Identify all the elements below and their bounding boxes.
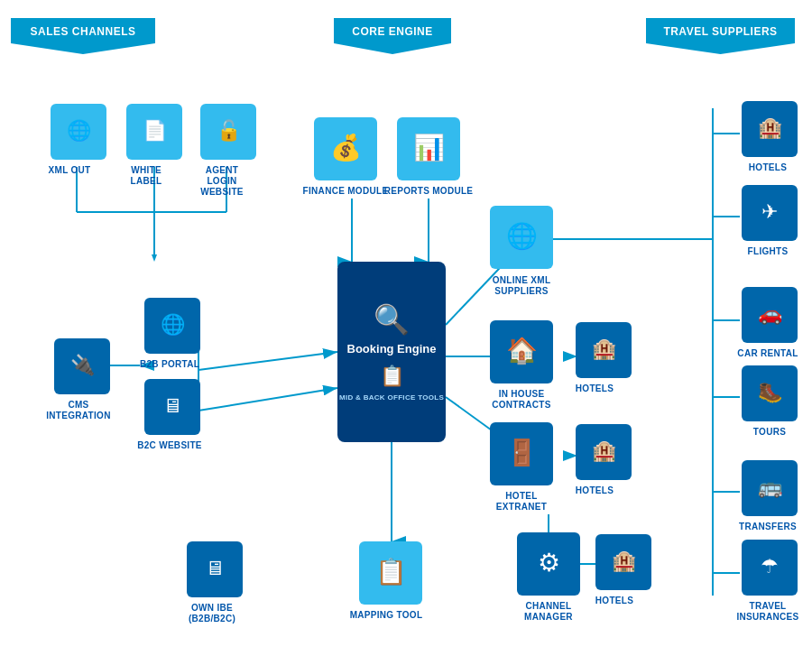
ts-car-rental-label: CAR RENTAL — [731, 348, 805, 359]
ts-tours-box: 🥾 — [742, 365, 798, 421]
booking-engine-box: 🔍 Booking Engine 📋 MID & BACK OFFICE TOO… — [337, 262, 446, 442]
xml-out-icon: 🌐 — [67, 121, 91, 141]
core-engine-banner: CORE ENGINE — [334, 18, 451, 54]
hotel-extranet-icon: 🚪 — [506, 440, 538, 466]
ts-travel-ins-box: ☂ — [742, 540, 798, 596]
own-ibe-box: 🖥 — [187, 541, 243, 597]
ts-hotels-label: HOTELS — [740, 162, 796, 173]
ts-car-rental-box: 🚗 — [742, 287, 798, 343]
agent-login-icon: 🔓 — [217, 121, 241, 141]
cms-integration-box: 🔌 — [54, 338, 110, 394]
in-house-contracts-label: IN HOUSECONTRACTS — [478, 389, 565, 411]
b2b-portal-label: B2B PORTAL — [135, 359, 204, 370]
reports-module-label: REPORTS MODULE — [379, 186, 478, 197]
sales-channels-banner: SALES CHANNELS — [11, 18, 155, 54]
hotels-extranet-box: 🏨 — [576, 424, 632, 480]
agent-login-label: AGENT LOGINWEBSITE — [189, 165, 254, 198]
svg-line-13 — [198, 352, 337, 370]
own-ibe-icon: 🖥 — [205, 559, 225, 578]
white-label-label: WHITE LABEL — [115, 165, 177, 187]
ts-flights-box: ✈ — [742, 185, 798, 241]
xml-out-box: 🌐 — [51, 104, 106, 160]
cms-integration-icon: 🔌 — [70, 356, 95, 375]
main-diagram: SALES CHANNELS CORE ENGINE TRAVEL SUPPLI… — [0, 0, 812, 656]
back-office-label: MID & BACK OFFICE TOOLS — [339, 393, 444, 402]
hotels-channel-label: HOTELS — [586, 596, 642, 606]
mapping-tool-icon: 📋 — [375, 559, 407, 585]
online-xml-icon: 🌐 — [506, 224, 538, 249]
b2b-portal-icon: 🌐 — [161, 315, 185, 335]
ts-hotels-icon: 🏨 — [758, 118, 782, 138]
finance-module-box: 💰 — [314, 117, 377, 180]
hotels-extranet-icon: 🏨 — [592, 441, 616, 461]
online-xml-box: 🌐 — [490, 206, 553, 269]
ts-transfers-icon: 🚌 — [758, 477, 782, 497]
channel-manager-icon: ⚙ — [538, 550, 560, 576]
booking-engine-title: Booking Engine — [347, 342, 437, 356]
ts-car-rental-icon: 🚗 — [758, 304, 782, 324]
ts-tours-icon: 🥾 — [758, 383, 782, 402]
ts-flights-label: FLIGHTS — [740, 246, 796, 257]
mapping-tool-box: 📋 — [359, 541, 422, 605]
ts-transfers-label: TRANSFERS — [735, 522, 800, 532]
hotel-extranet-box: 🚪 — [490, 422, 553, 485]
hotels-inhouse-icon: 🏨 — [592, 339, 616, 359]
svg-marker-9 — [152, 254, 157, 262]
travel-suppliers-banner: TRAVEL SUPPLIERS — [646, 18, 795, 54]
channel-manager-label: CHANNELMANAGER — [503, 601, 594, 623]
hotels-channel-box: 🏨 — [595, 534, 651, 590]
b2c-website-icon: 🖥 — [162, 396, 182, 416]
ts-transfers-box: 🚌 — [742, 460, 798, 516]
ts-travel-ins-label: TRAVELINSURANCES — [729, 601, 807, 623]
hotels-extranet-label: HOTELS — [567, 485, 623, 496]
hotels-inhouse-label: HOTELS — [567, 383, 623, 394]
b2c-website-box: 🖥 — [144, 379, 200, 435]
xml-out-label: XML OUT — [42, 165, 97, 176]
in-house-contracts-box: 🏠 — [490, 320, 553, 383]
mapping-tool-label: MAPPING TOOL — [341, 610, 431, 621]
online-xml-label: ONLINE XMLSUPPLIERS — [478, 275, 565, 297]
back-office-icon: 📋 — [380, 365, 404, 388]
svg-line-15 — [198, 388, 337, 411]
in-house-contracts-icon: 🏠 — [506, 338, 538, 364]
booking-engine-icon: 🔍 — [374, 302, 410, 337]
ts-hotels-box: 🏨 — [742, 101, 798, 157]
ts-travel-ins-icon: ☂ — [761, 557, 779, 577]
reports-module-icon: 📊 — [413, 135, 445, 161]
ts-flights-icon: ✈ — [761, 202, 778, 222]
white-label-box: 📄 — [126, 104, 182, 160]
finance-module-icon: 💰 — [330, 135, 362, 161]
reports-module-box: 📊 — [397, 117, 460, 180]
channel-manager-box: ⚙ — [517, 532, 580, 596]
own-ibe-label: OWN IBE(B2B/B2C) — [171, 603, 253, 624]
ts-tours-label: TOURS — [742, 427, 798, 438]
hotels-inhouse-box: 🏨 — [576, 322, 632, 378]
agent-login-box: 🔓 — [200, 104, 256, 160]
hotel-extranet-label: HOTELEXTRANET — [478, 491, 565, 513]
b2c-website-label: B2C WEBSITE — [135, 440, 204, 451]
b2b-portal-box: 🌐 — [144, 298, 200, 354]
white-label-icon: 📄 — [143, 121, 167, 141]
hotels-channel-icon: 🏨 — [612, 551, 636, 571]
cms-integration-label: CMSINTEGRATION — [43, 400, 114, 421]
